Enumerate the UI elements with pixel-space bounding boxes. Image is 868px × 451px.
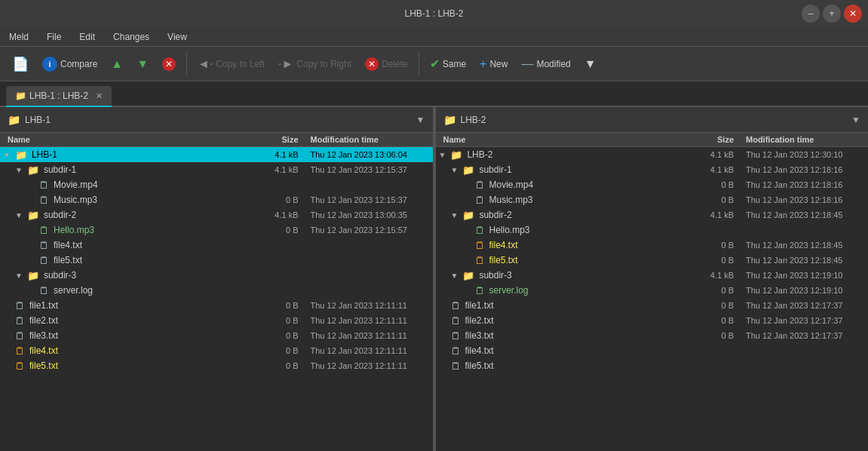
same-filter-button[interactable]: ✔ Same (424, 54, 472, 74)
delete-button[interactable]: ✕ Delete (359, 54, 414, 74)
list-item[interactable]: 🗒file5.txt0 BThu 12 Jan 2023 12:11:11 (0, 358, 433, 373)
list-item[interactable]: 🗒Hello.mp30 BThu 12 Jan 2023 12:15:57 (0, 222, 433, 238)
minimize-button[interactable]: – (802, 5, 820, 23)
file-name: file4.txt (465, 345, 494, 356)
tab-lhb[interactable]: 📁 LHB-1 : LHB-2 ✕ (6, 86, 112, 107)
tree-arrow-icon[interactable]: ▼ (15, 211, 23, 219)
tree-arrow-icon[interactable]: ▼ (439, 151, 446, 159)
file-name: Movie.mp4 (54, 179, 98, 190)
file-size: 0 B (695, 316, 740, 325)
list-item[interactable]: ▼📁subdir-24.1 kBThu 12 Jan 2023 13:00:35 (0, 207, 433, 222)
tree-arrow-icon[interactable]: ▼ (451, 211, 459, 219)
list-item[interactable]: 🗒file5.txt (436, 358, 869, 373)
list-item[interactable]: 🗒Music.mp30 BThu 12 Jan 2023 12:15:37 (0, 192, 433, 207)
file-icon: 🗒 (451, 345, 461, 357)
file-mtime: Thu 12 Jan 2023 12:15:37 (305, 165, 433, 174)
left-dir-dropdown-icon[interactable]: ▼ (416, 115, 425, 125)
list-item[interactable]: 🗒Music.mp30 BThu 12 Jan 2023 12:18:16 (436, 192, 869, 207)
modified-icon: — (521, 57, 533, 71)
right-file-list: ▼📁LHB-24.1 kBThu 12 Jan 2023 12:30:10▼📁s… (436, 147, 869, 451)
file-mtime: Thu 12 Jan 2023 12:11:11 (305, 301, 433, 310)
tree-arrow-icon[interactable]: ▼ (451, 166, 459, 174)
new-filter-button[interactable]: + New (474, 54, 514, 74)
folder-icon: 📁 (27, 270, 39, 281)
menu-file[interactable]: File (44, 30, 64, 44)
list-item[interactable]: 🗒file2.txt0 BThu 12 Jan 2023 12:17:37 (436, 313, 869, 328)
tab-close-button[interactable]: ✕ (96, 91, 103, 101)
list-item[interactable]: ▼📁subdir-34.1 kBThu 12 Jan 2023 12:19:10 (436, 268, 869, 283)
list-item[interactable]: 🗒file4.txt0 BThu 12 Jan 2023 12:18:45 (436, 238, 869, 253)
compare-icon: i (42, 57, 57, 72)
list-item[interactable]: 🗒file1.txt0 BThu 12 Jan 2023 12:17:37 (436, 298, 869, 313)
list-item[interactable]: 🗒file4.txt0 BThu 12 Jan 2023 12:11:11 (0, 343, 433, 358)
list-item[interactable]: 🗒file1.txt0 BThu 12 Jan 2023 12:11:11 (0, 298, 433, 313)
list-item[interactable]: 🗒file5.txt0 BThu 12 Jan 2023 12:18:45 (436, 253, 869, 268)
file-name: subdir-1 (44, 164, 76, 175)
list-item[interactable]: 🗒file3.txt0 BThu 12 Jan 2023 12:17:37 (436, 328, 869, 343)
list-item[interactable]: 🗒file5.txt (0, 253, 433, 268)
compare-label: Compare (60, 59, 97, 69)
right-dir-dropdown-icon[interactable]: ▼ (851, 115, 860, 125)
file-size: 0 B (259, 361, 305, 370)
file-mtime: Thu 12 Jan 2023 12:11:11 (305, 331, 433, 340)
menu-edit[interactable]: Edit (76, 30, 98, 44)
copy-left-icon: ◄· (198, 57, 213, 71)
right-dir-header[interactable]: 📁 LHB-2 ▼ (436, 107, 869, 133)
copy-left-button[interactable]: ◄· Copy to Left (192, 54, 271, 74)
file-name: file2.txt (29, 315, 58, 326)
copy-right-button[interactable]: ·► Copy to Right (272, 54, 357, 74)
copy-right-icon: ·► (278, 57, 293, 71)
list-item[interactable]: 🗒server.log0 BThu 12 Jan 2023 12:19:10 (436, 283, 869, 298)
compare-button[interactable]: i Compare (36, 54, 103, 75)
list-item[interactable]: 🗒file4.txt (0, 238, 433, 253)
folder-icon: 📁 (462, 164, 474, 176)
tree-arrow-icon[interactable]: ▼ (15, 272, 23, 280)
list-item[interactable]: ▼📁subdir-3 (0, 268, 433, 283)
prev-change-button[interactable]: ▲ (105, 54, 129, 74)
tree-arrow-icon[interactable]: ▼ (451, 272, 459, 280)
menu-changes[interactable]: Changes (110, 30, 152, 44)
list-item[interactable]: 🗒Movie.mp40 BThu 12 Jan 2023 12:18:16 (436, 177, 869, 192)
file-name: Movie.mp4 (489, 179, 534, 190)
list-item[interactable]: 🗒Hello.mp3 (436, 222, 869, 238)
modified-filter-button[interactable]: — Modified (515, 54, 576, 74)
list-item[interactable]: ▼📁subdir-14.1 kBThu 12 Jan 2023 12:18:16 (436, 162, 869, 177)
next-change-button[interactable]: ▼ (130, 54, 155, 74)
filter-dropdown-button[interactable]: ▼ (578, 54, 603, 74)
file-size: 0 B (259, 301, 305, 310)
file-mtime: Thu 12 Jan 2023 12:19:10 (740, 286, 868, 295)
list-item[interactable]: ▼📁LHB-14.1 kBThu 12 Jan 2023 13:06:04 (0, 147, 433, 162)
file-icon: 🗒 (39, 179, 49, 191)
left-panel: 📁 LHB-1 ▼ Name Size Modification time ▼📁… (0, 107, 433, 451)
tree-arrow-icon[interactable]: ▼ (15, 166, 23, 174)
left-col-name-header: Name (0, 135, 259, 144)
file-name: LHB-1 (32, 149, 57, 160)
plus-icon: + (480, 57, 486, 71)
new-comparison-button[interactable]: 📄 (6, 53, 35, 75)
new-filter-label: New (489, 59, 508, 69)
tree-arrow-icon[interactable]: ▼ (3, 151, 11, 159)
maximize-button[interactable]: + (823, 5, 841, 23)
list-item[interactable]: 🗒file3.txt0 BThu 12 Jan 2023 12:11:11 (0, 328, 433, 343)
left-col-mtime-header: Modification time (305, 135, 433, 144)
menu-meld[interactable]: Meld (6, 30, 32, 44)
left-dir-header[interactable]: 📁 LHB-1 ▼ (0, 107, 433, 133)
close-button[interactable]: ✕ (844, 5, 862, 23)
list-item[interactable]: ▼📁subdir-14.1 kBThu 12 Jan 2023 12:15:37 (0, 162, 433, 177)
list-item[interactable]: 🗒server.log (0, 283, 433, 298)
chevron-down-icon: ▼ (584, 57, 597, 71)
list-item[interactable]: 🗒Movie.mp4 (0, 177, 433, 192)
file-icon: 🗒 (15, 315, 25, 327)
file-icon: 🗒 (39, 285, 49, 296)
list-item[interactable]: 🗒file4.txt (436, 343, 869, 358)
menu-view[interactable]: View (164, 30, 190, 44)
left-col-headers: Name Size Modification time (0, 133, 433, 147)
list-item[interactable]: ▼📁LHB-24.1 kBThu 12 Jan 2023 12:30:10 (436, 147, 869, 162)
list-item[interactable]: 🗒file2.txt0 BThu 12 Jan 2023 12:11:11 (0, 313, 433, 328)
list-item[interactable]: ▼📁subdir-24.1 kBThu 12 Jan 2023 12:18:45 (436, 207, 869, 222)
file-name: file4.txt (489, 240, 518, 250)
stop-button[interactable]: ✕ (156, 54, 182, 74)
down-arrow-icon: ▼ (136, 57, 149, 71)
file-icon: 🗒 (39, 240, 49, 251)
tabbar: 📁 LHB-1 : LHB-2 ✕ (0, 81, 868, 107)
